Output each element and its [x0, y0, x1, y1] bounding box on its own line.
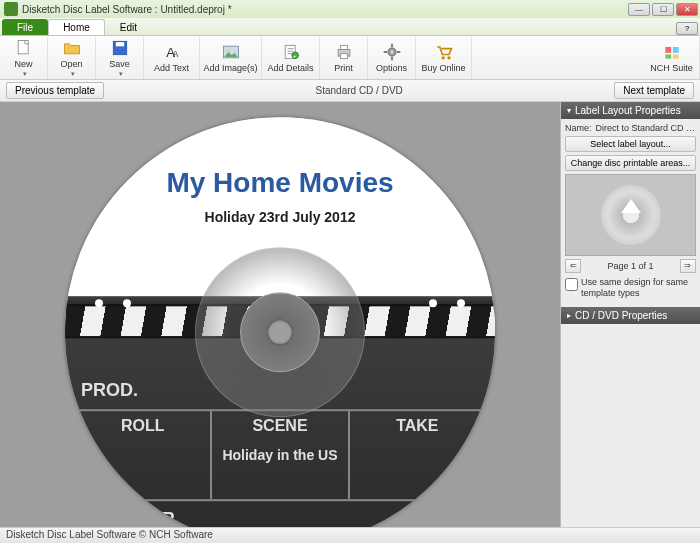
main-area: My Home Movies Holiday 23rd July 2012 PR…: [0, 102, 700, 527]
app-icon: [4, 2, 18, 16]
open-label: Open: [60, 59, 82, 69]
svg-rect-27: [672, 55, 678, 59]
template-name: Standard CD / DVD: [104, 85, 614, 96]
tab-file[interactable]: File: [2, 19, 48, 35]
svg-rect-15: [340, 54, 347, 59]
side-panel: ▾ Label Layout Properties Name: Direct t…: [560, 102, 700, 527]
label-layout-header[interactable]: ▾ Label Layout Properties: [561, 102, 700, 119]
minimize-button[interactable]: —: [628, 3, 650, 16]
window-help-button[interactable]: ?: [676, 22, 698, 35]
disc-spindle-hole: [267, 319, 293, 345]
svg-rect-24: [665, 47, 671, 53]
buy-online-button[interactable]: Buy Online: [416, 37, 472, 79]
svg-rect-26: [665, 55, 671, 59]
nch-suite-label: NCH Suite: [650, 63, 693, 73]
slate-scene-label: SCENE: [212, 417, 347, 435]
page-indicator: Page 1 of 1: [607, 261, 653, 271]
add-images-button[interactable]: Add Image(s): [200, 37, 262, 79]
clapper-dot: [123, 299, 131, 307]
open-icon: [62, 38, 82, 58]
slate-take-label: TAKE: [350, 417, 485, 435]
window-title: Disketch Disc Label Software : Untitled.…: [22, 4, 628, 15]
clapper-dot: [429, 299, 437, 307]
close-button[interactable]: ✕: [676, 3, 698, 16]
chevron-down-icon: ▾: [567, 106, 571, 115]
options-label: Options: [376, 63, 407, 73]
disc-title-text[interactable]: My Home Movies: [65, 167, 495, 199]
save-button[interactable]: Save▾: [96, 37, 144, 79]
svg-rect-25: [672, 47, 678, 53]
print-button[interactable]: Print: [320, 37, 368, 79]
options-button[interactable]: Options: [368, 37, 416, 79]
design-canvas[interactable]: My Home Movies Holiday 23rd July 2012 PR…: [0, 102, 560, 527]
slate-take-cell: TAKE: [350, 411, 485, 499]
svg-point-17: [390, 50, 393, 53]
slate-roll-label: ROLL: [75, 417, 210, 435]
print-icon: [334, 42, 354, 62]
status-bar: Disketch Disc Label Software © NCH Softw…: [0, 527, 700, 543]
print-label: Print: [334, 63, 353, 73]
save-label: Save: [109, 59, 130, 69]
window-titlebar: Disketch Disc Label Software : Untitled.…: [0, 0, 700, 18]
same-design-checkbox-input[interactable]: [565, 278, 578, 291]
page-prev-button[interactable]: ⇐: [565, 259, 581, 273]
layout-preview: [565, 174, 696, 256]
same-design-label: Use same design for same template types: [581, 277, 696, 299]
slate-roll-cell: ROLL: [75, 411, 212, 499]
gear-icon: [382, 42, 402, 62]
page-next-button[interactable]: ⇒: [680, 259, 696, 273]
text-icon: AA: [162, 42, 182, 62]
buy-online-label: Buy Online: [421, 63, 465, 73]
add-text-button[interactable]: AA Add Text: [144, 37, 200, 79]
name-value: Direct to Standard CD / DVD: [596, 123, 696, 133]
svg-point-6: [226, 49, 229, 52]
add-text-label: Add Text: [154, 63, 189, 73]
next-template-button[interactable]: Next template: [614, 82, 694, 99]
add-details-label: Add Details: [267, 63, 313, 73]
new-label: New: [14, 59, 32, 69]
preview-arrow-icon: [621, 199, 641, 213]
slate-scene-value[interactable]: Holiday in the US: [212, 447, 347, 463]
slate-director: DIRECTOR: [75, 501, 485, 527]
svg-rect-0: [18, 40, 28, 53]
svg-rect-14: [340, 45, 347, 49]
status-text: Disketch Disc Label Software © NCH Softw…: [6, 529, 213, 540]
cd-dvd-properties-header[interactable]: ▸ CD / DVD Properties: [561, 307, 700, 324]
image-icon: [221, 42, 241, 62]
cart-icon: [434, 42, 454, 62]
new-icon: [14, 38, 34, 58]
tab-edit[interactable]: Edit: [105, 19, 152, 35]
preview-disc-icon: [601, 185, 661, 245]
suite-icon: [662, 42, 682, 62]
same-design-checkbox[interactable]: Use same design for same template types: [565, 277, 696, 299]
open-button[interactable]: Open▾: [48, 37, 96, 79]
previous-template-button[interactable]: Previous template: [6, 82, 104, 99]
slate-scene-cell: SCENE Holiday in the US: [212, 411, 349, 499]
svg-text:+: +: [293, 53, 297, 59]
ribbon-toolbar: New▾ Open▾ Save▾ AA Add Text Add Image(s…: [0, 36, 700, 80]
disc-label[interactable]: My Home Movies Holiday 23rd July 2012 PR…: [65, 117, 495, 527]
maximize-button[interactable]: ☐: [652, 3, 674, 16]
pager: ⇐ Page 1 of 1 ⇒: [565, 259, 696, 273]
disc-subtitle-text[interactable]: Holiday 23rd July 2012: [65, 209, 495, 225]
select-label-layout-button[interactable]: Select label layout...: [565, 136, 696, 152]
add-images-label: Add Image(s): [203, 63, 257, 73]
chevron-right-icon: ▸: [567, 311, 571, 320]
change-printable-areas-button[interactable]: Change disc printable areas...: [565, 155, 696, 171]
svg-point-22: [441, 56, 444, 59]
label-layout-title: Label Layout Properties: [575, 105, 681, 116]
tab-home[interactable]: Home: [48, 19, 105, 35]
new-button[interactable]: New▾: [0, 37, 48, 79]
clapper-dot: [95, 299, 103, 307]
details-icon: +: [281, 42, 301, 62]
nch-suite-button[interactable]: NCH Suite: [644, 37, 700, 79]
svg-text:A: A: [172, 49, 178, 59]
menu-tabs: File Home Edit ?: [0, 18, 700, 36]
svg-rect-2: [115, 42, 123, 46]
add-details-button[interactable]: + Add Details: [262, 37, 320, 79]
clapper-dot: [457, 299, 465, 307]
template-navbar: Previous template Standard CD / DVD Next…: [0, 80, 700, 102]
save-icon: [110, 38, 130, 58]
cd-dvd-properties-title: CD / DVD Properties: [575, 310, 667, 321]
name-label: Name:: [565, 123, 592, 133]
